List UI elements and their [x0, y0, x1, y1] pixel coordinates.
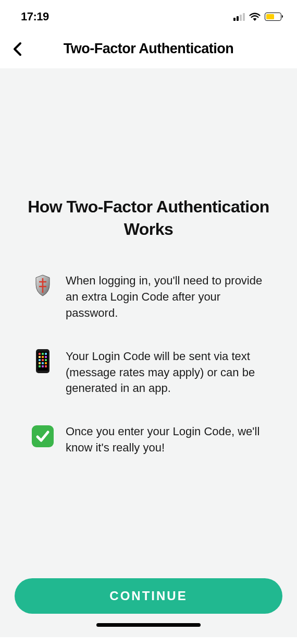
content-area: How Two-Factor Authentication Works W — [0, 68, 297, 637]
svg-rect-7 — [45, 356, 47, 358]
step-item: Once you enter your Login Code, we'll kn… — [31, 423, 266, 456]
svg-rect-3 — [42, 353, 44, 355]
svg-rect-8 — [39, 359, 41, 361]
step-text: Once you enter your Login Code, we'll kn… — [66, 423, 266, 456]
svg-rect-5 — [39, 356, 41, 358]
step-text: Your Login Code will be sent via text (m… — [66, 348, 266, 397]
svg-rect-4 — [45, 353, 47, 355]
page-title: Two-Factor Authentication — [25, 41, 272, 57]
footer-area: CONTINUE — [0, 578, 297, 637]
status-bar: 17:19 — [0, 0, 297, 31]
shield-icon — [31, 272, 54, 299]
svg-rect-15 — [42, 365, 44, 367]
status-time: 17:19 — [21, 10, 49, 23]
svg-rect-2 — [39, 353, 41, 355]
nav-header: Two-Factor Authentication — [0, 31, 297, 68]
svg-rect-13 — [45, 362, 47, 364]
phone-icon — [31, 348, 54, 375]
svg-rect-9 — [42, 359, 44, 361]
checkmark-icon — [31, 423, 54, 450]
step-text: When logging in, you'll need to provide … — [66, 272, 266, 321]
wifi-icon — [249, 13, 261, 21]
svg-rect-10 — [45, 359, 47, 361]
svg-rect-12 — [42, 362, 44, 364]
home-indicator[interactable] — [96, 623, 201, 627]
svg-rect-16 — [45, 365, 47, 367]
battery-icon — [265, 13, 281, 21]
cellular-icon — [233, 13, 245, 21]
step-item: Your Login Code will be sent via text (m… — [31, 348, 266, 397]
status-icons — [233, 13, 281, 21]
chevron-left-icon — [10, 42, 25, 56]
continue-button[interactable]: CONTINUE — [15, 578, 282, 614]
svg-rect-6 — [42, 356, 44, 358]
section-heading: How Two-Factor Authentication Works — [16, 196, 281, 241]
back-button[interactable] — [10, 42, 25, 56]
svg-rect-14 — [39, 365, 41, 367]
step-item: When logging in, you'll need to provide … — [31, 272, 266, 321]
step-list: When logging in, you'll need to provide … — [16, 272, 281, 482]
svg-rect-11 — [39, 362, 41, 364]
